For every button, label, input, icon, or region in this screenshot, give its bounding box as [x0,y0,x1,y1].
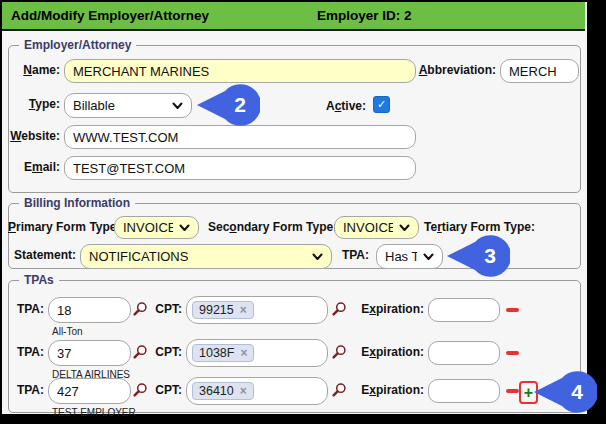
remove-row-icon[interactable] [506,351,519,355]
cpt-row-label: CPT: [150,345,182,359]
active-checkbox[interactable]: ✓ [373,96,390,113]
secondary-form-type-label: Secondary Form Type: [208,220,330,234]
add-modify-employer-window: Add/Modify Employer/Attorney Employer ID… [0,0,606,424]
type-select[interactable]: Billable [64,93,192,118]
chevron-down-icon [179,224,190,232]
cpt-lookup-magnifier-icon[interactable] [331,382,347,402]
name-input[interactable] [64,59,416,83]
annotation-number: 3 [476,234,504,278]
annotation-balloon-2: 2 [196,83,260,127]
annotation-number: 4 [563,370,591,414]
cpt-tag-value: 36410 [199,384,234,398]
type-label: Type: [8,97,60,111]
tpa-select[interactable]: Has TPA [376,244,443,269]
tertiary-form-type-label: Tertiary Form Type: [424,220,536,234]
name-label: Name: [8,63,60,77]
primary-form-type-value: INVOICE [123,220,173,235]
tpa-number-input[interactable] [48,297,131,323]
website-label: Website: [8,129,60,143]
expiration-input[interactable] [428,298,500,322]
employer-id-label: Employer ID: 2 [317,2,412,29]
tpa-number-input[interactable] [48,378,131,404]
expiration-label: Expiration: [352,383,424,397]
primary-form-type-select[interactable]: INVOICE [114,216,199,239]
chevron-down-icon [312,253,323,261]
tpa-name-sublabel: All-Ton [52,326,83,337]
remove-row-icon[interactable] [506,308,519,312]
cpt-tag: 36410× [192,382,254,400]
expiration-input[interactable] [428,341,500,365]
page-title: Add/Modify Employer/Attorney [11,2,209,29]
tpa-row-label: TPA: [8,345,44,359]
statement-label: Statement: [8,248,76,262]
chevron-down-icon [172,102,183,110]
tpa-select-label: TPA: [336,248,369,262]
website-input[interactable] [64,125,416,149]
tpa-lookup-magnifier-icon[interactable] [132,382,148,402]
abbreviation-input[interactable] [500,59,579,83]
cpt-tag-input[interactable]: 36410× [186,377,328,405]
cpt-tag-value: 99215 [199,303,234,317]
email-input[interactable] [64,156,416,180]
cpt-lookup-magnifier-icon[interactable] [331,344,347,364]
tag-remove-icon[interactable]: × [240,384,247,398]
active-label: Active: [300,99,366,113]
statement-select[interactable]: NOTIFICATIONS [80,244,332,269]
tpa-lookup-magnifier-icon[interactable] [132,344,148,364]
primary-form-type-label: Primary Form Type: [8,220,110,234]
cpt-lookup-magnifier-icon[interactable] [331,301,347,321]
tpa-select-value: Has TPA [385,249,417,264]
email-label: Email: [8,160,60,174]
tag-remove-icon[interactable]: × [240,303,247,317]
cpt-row-label: CPT: [150,302,182,316]
annotation-balloon-3: 3 [446,234,510,278]
cpt-row-label: CPT: [150,383,182,397]
tpa-row-label: TPA: [8,383,44,397]
secondary-form-type-value: INVOICE [343,220,393,235]
tpa-lookup-magnifier-icon[interactable] [132,301,148,321]
tpa-number-input[interactable] [48,340,131,366]
annotation-balloon-4: 4 [533,370,597,414]
billing-information-legend: Billing Information [19,196,135,210]
cpt-tag: 99215× [192,301,254,319]
window-header: Add/Modify Employer/Attorney Employer ID… [2,2,585,31]
chevron-down-icon [423,253,434,261]
statement-value: NOTIFICATIONS [89,249,188,264]
expiration-input[interactable] [428,379,500,403]
tpas-legend: TPAs [19,273,59,287]
annotation-number: 2 [226,83,254,127]
cpt-tag: 1038F× [192,344,254,362]
abbreviation-label: Abbreviation: [416,63,496,77]
remove-row-icon[interactable] [506,389,519,393]
check-icon: ✓ [377,99,386,110]
tpa-name-sublabel: TEST EMPLOYER [52,407,136,418]
employer-attorney-legend: Employer/Attorney [19,38,136,52]
expiration-label: Expiration: [352,345,424,359]
cpt-tag-input[interactable]: 99215× [186,296,328,324]
cpt-tag-input[interactable]: 1038F× [186,339,328,367]
secondary-form-type-select[interactable]: INVOICE [334,216,419,239]
tpa-row-label: TPA: [8,302,44,316]
cpt-tag-value: 1038F [199,346,234,360]
type-select-value: Billable [73,98,115,113]
expiration-label: Expiration: [352,302,424,316]
chevron-down-icon [399,224,410,232]
tag-remove-icon[interactable]: × [240,346,247,360]
